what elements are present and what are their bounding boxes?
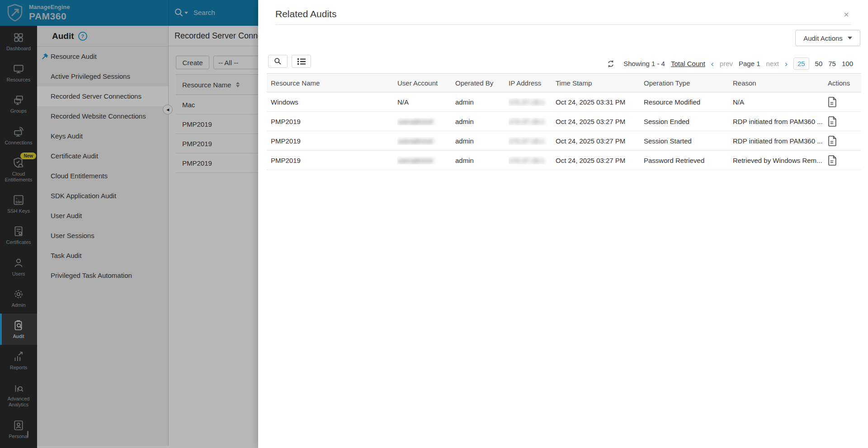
user-account-cell-redacted: useradmind	[397, 137, 433, 145]
modal-title: Related Audits	[275, 9, 336, 19]
table-search-button[interactable]	[268, 55, 288, 68]
table-row[interactable]: Windows N/A admin 172.27.19.1 Oct 24, 20…	[267, 92, 861, 112]
column-header-reason[interactable]: Reason	[733, 79, 828, 87]
modal-header-divider	[275, 24, 851, 25]
column-header-operated-by[interactable]: Operated By	[455, 79, 509, 87]
operated-by-cell: admin	[455, 118, 509, 125]
related-audits-table: Resource Name User Account Operated By I…	[267, 73, 861, 170]
operation-type-cell: Session Ended	[644, 118, 733, 125]
resource-name-cell: PMP2019	[267, 118, 397, 125]
audit-actions-label: Audit Actions	[803, 34, 843, 42]
column-chooser-button[interactable]	[292, 55, 311, 68]
resource-name-cell: Windows	[267, 98, 397, 106]
page-size-50[interactable]: 50	[815, 60, 823, 67]
user-account-cell: N/A	[397, 98, 455, 106]
operation-type-cell: Session Started	[644, 137, 733, 145]
page-indicator: Page 1	[739, 60, 760, 67]
column-header-time-stamp[interactable]: Time Stamp	[556, 79, 644, 87]
audit-details-icon[interactable]	[828, 116, 837, 127]
operation-type-cell: Password Retrieved	[644, 157, 733, 164]
prev-button[interactable]: prev	[720, 60, 733, 67]
user-account-cell-redacted: useradmind	[397, 157, 433, 164]
prev-chevron-icon[interactable]: ‹	[711, 60, 714, 68]
user-account-cell-redacted: useradmind	[397, 118, 433, 125]
next-chevron-icon[interactable]: ›	[785, 60, 788, 68]
total-count-link[interactable]: Total Count	[671, 60, 705, 67]
search-icon	[274, 57, 282, 65]
audit-details-icon[interactable]	[828, 97, 837, 107]
reason-cell: N/A	[733, 98, 828, 106]
page-size-75[interactable]: 75	[828, 60, 836, 67]
ip-address-cell-redacted: 172.27.19.1	[509, 157, 544, 164]
ip-address-cell-redacted: 172.27.19.1	[509, 118, 544, 125]
reason-cell: RDP initiated from PAM360 ...	[733, 137, 828, 145]
close-icon[interactable]: ×	[844, 10, 849, 19]
next-button[interactable]: next	[766, 60, 779, 67]
showing-count: Showing 1 - 4	[623, 60, 665, 67]
audit-details-icon[interactable]	[828, 155, 837, 166]
time-stamp-cell: Oct 24, 2025 03:27 PM	[556, 118, 644, 125]
audit-table-header-row: Resource Name User Account Operated By I…	[267, 73, 861, 92]
column-header-operation-type[interactable]: Operation Type	[644, 79, 733, 87]
time-stamp-cell: Oct 24, 2025 03:31 PM	[556, 98, 644, 106]
table-row[interactable]: PMP2019 useradmind admin 172.27.19.1 Oct…	[267, 112, 861, 131]
operated-by-cell: admin	[455, 98, 509, 106]
resource-name-cell: PMP2019	[267, 137, 397, 145]
column-header-actions: Actions	[828, 79, 861, 87]
audit-actions-button[interactable]: Audit Actions	[795, 30, 860, 46]
page-size-100[interactable]: 100	[842, 60, 853, 67]
refresh-icon[interactable]	[607, 60, 615, 68]
operated-by-cell: admin	[455, 157, 509, 164]
chevron-down-icon	[848, 37, 852, 39]
operated-by-cell: admin	[455, 137, 509, 145]
operation-type-cell: Resource Modified	[644, 98, 733, 106]
table-row[interactable]: PMP2019 useradmind admin 172.27.19.1 Oct…	[267, 151, 861, 170]
column-header-user-account[interactable]: User Account	[397, 79, 455, 87]
list-view-icon	[297, 58, 306, 65]
time-stamp-cell: Oct 24, 2025 03:27 PM	[556, 137, 644, 145]
related-audits-modal: Related Audits × Audit Actions Showing 1…	[258, 0, 868, 448]
reason-cell: Retrieved by Windows Rem...	[733, 157, 828, 164]
table-row[interactable]: PMP2019 useradmind admin 172.27.19.1 Oct…	[267, 131, 861, 151]
column-header-resource-name[interactable]: Resource Name	[267, 79, 397, 87]
resource-name-cell: PMP2019	[267, 157, 397, 164]
reason-cell: RDP initiated from PAM360 ...	[733, 118, 828, 125]
ip-address-cell-redacted: 172.27.19.1	[509, 137, 544, 145]
time-stamp-cell: Oct 24, 2025 03:27 PM	[556, 157, 644, 164]
page-size-25[interactable]: 25	[793, 57, 809, 70]
audit-details-icon[interactable]	[828, 136, 837, 146]
column-header-ip-address[interactable]: IP Address	[509, 79, 556, 87]
pagination-bar: Showing 1 - 4 Total Count ‹ prev Page 1 …	[607, 57, 853, 70]
ip-address-cell-redacted: 172.27.19.1	[509, 98, 544, 106]
